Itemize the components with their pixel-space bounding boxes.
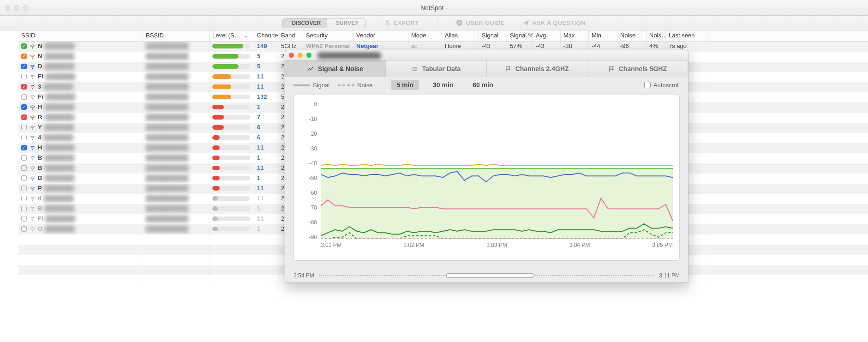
column-header[interactable]: Vendor [353,30,408,41]
level-cell [210,62,254,72]
ssid-cell[interactable]: Fi███████ [18,214,143,224]
row-checkbox[interactable] [21,74,27,79]
tab-channels-24[interactable]: Channels 2.4GHZ [487,60,587,77]
popup-titlebar[interactable]: ████████████████ [285,50,688,60]
time-scrubber[interactable]: 2:54 PM 3:11 PM [293,270,680,281]
ssid-rest: ███████ [44,103,74,110]
ssid-cell[interactable]: P███████ [18,184,143,194]
column-header[interactable]: Channel [254,30,278,41]
ssid-cell[interactable]: O███████ [18,224,143,234]
row-checkbox[interactable]: ✓ [21,43,27,49]
tab-channels-5-label: Channels 5GHZ [619,65,667,72]
ssid-cell[interactable]: ✓H███████ [18,102,143,113]
row-checkbox[interactable]: ✓ [21,54,27,59]
ssid-cell[interactable]: ✓D███████ [18,62,143,72]
ssid-label: Y [38,124,42,131]
ssid-cell[interactable]: B███████ [18,174,143,184]
popup-tabs[interactable]: Signal & Noise Tabular Data Channels 2.4… [285,60,688,77]
column-header[interactable]: Noise [617,30,647,41]
row-checkbox[interactable] [21,94,27,100]
column-header[interactable]: Last seen [666,30,707,41]
scrub-track[interactable] [319,275,655,276]
svg-point-10 [32,119,33,120]
row-checkbox[interactable]: ✓ [21,145,27,150]
popup-zoom-icon[interactable] [306,53,311,58]
ssid-cell[interactable]: B███████ [18,204,143,214]
level-bar-icon [212,206,250,211]
ssid-cell[interactable]: ✓N███████ [18,52,143,62]
ask-label: ASK A QUESTION [532,19,585,26]
ssid-cell[interactable]: ✓H███████ [18,143,143,153]
column-header[interactable]: Signal % [507,30,533,41]
row-checkbox[interactable] [21,196,27,201]
ssid-cell[interactable]: ✓R███████ [18,113,143,123]
row-checkbox[interactable] [21,216,27,222]
row-checkbox[interactable]: ✓ [21,114,27,120]
popup-close-icon[interactable] [289,53,294,58]
ssid-cell[interactable]: B███████ [18,153,143,163]
row-checkbox[interactable] [21,226,27,232]
row-checkbox[interactable] [21,186,27,191]
range-30min[interactable]: 30 min [427,80,459,90]
table-header[interactable]: SSIDBSSIDLevel (S…ChannelBandSecurityVen… [18,30,868,42]
scrub-thumb[interactable] [446,273,534,278]
ssid-cell[interactable]: ✓3███████ [18,82,143,92]
column-header[interactable]: Nois… [647,30,666,41]
column-header[interactable]: Alias [442,30,479,41]
ssid-cell[interactable]: Y███████ [18,123,143,133]
user-guide-button[interactable]: ? USER GUIDE [456,19,504,26]
tab-signal-noise[interactable]: Signal & Noise [285,60,386,77]
row-checkbox[interactable] [21,165,27,171]
ssid-label: P [38,185,42,192]
ssid-rest: ███████ [44,114,74,120]
column-header[interactable]: Min [589,30,617,41]
column-header[interactable]: Security [303,30,353,41]
row-checkbox[interactable] [21,135,27,140]
row-checkbox[interactable]: ✓ [21,64,27,69]
column-header[interactable]: SSID [18,30,143,41]
column-header[interactable]: Level (S… [210,30,254,41]
bssid-blur: ██████████ [146,124,188,131]
column-header[interactable]: Signal [479,30,507,41]
ssid-label: D [38,63,42,70]
row-checkbox[interactable] [21,125,27,130]
chart-area[interactable]: 0-10-20-30-40-50-60-70-80-90 3:01 PM3:02… [293,95,680,261]
ssid-cell[interactable]: Fi███████ [18,72,143,82]
discover-tab[interactable]: DISCOVER [283,18,327,28]
ssid-label: d [38,195,42,202]
column-header[interactable]: Band [278,30,303,41]
column-header[interactable]: Mode [408,30,442,41]
ssid-cell[interactable]: d███████ [18,194,143,204]
ssid-cell[interactable]: ✓N███████ [18,42,143,52]
column-header[interactable]: Avg [533,30,561,41]
ask-question-button[interactable]: ASK A QUESTION [523,19,585,26]
export-button[interactable]: EXPORT [384,19,419,26]
tab-tabular[interactable]: Tabular Data [386,60,486,77]
range-selector[interactable]: 5 min 30 min 60 min [391,80,498,90]
main-toolbar: DISCOVER SURVEY EXPORT ? USER GUIDE ASK … [0,16,868,30]
row-checkbox[interactable]: ✓ [21,84,27,90]
range-60min[interactable]: 60 min [467,80,498,90]
range-5min[interactable]: 5 min [391,80,419,90]
mode-segmented[interactable]: DISCOVER SURVEY [282,18,365,28]
row-checkbox[interactable] [21,175,27,181]
svg-point-18 [32,200,33,201]
bssid-blur: ██████████ [146,205,188,212]
ssid-cell[interactable]: B███████ [18,163,143,174]
column-header[interactable]: BSSID [143,30,210,41]
tab-channels-5[interactable]: Channels 5GHZ [587,60,688,77]
column-header[interactable]: Max [561,30,589,41]
row-checkbox[interactable] [21,206,27,211]
survey-tab[interactable]: SURVEY [327,18,365,28]
row-checkbox[interactable] [21,155,27,161]
channel-cell: 132 [254,92,278,102]
popup-minimize-icon[interactable] [298,53,303,58]
level-cell [210,113,254,123]
signal-popup[interactable]: ████████████████ Signal & Noise Tabular … [285,50,688,283]
ssid-cell[interactable]: Fi███████ [18,92,143,102]
autoscroll-checkbox[interactable] [644,82,651,88]
row-checkbox[interactable]: ✓ [21,104,27,110]
bssid-blur: ██████████ [146,225,188,232]
autoscroll-toggle[interactable]: Autoscroll [644,82,680,89]
ssid-cell[interactable]: 4███████ [18,133,143,143]
